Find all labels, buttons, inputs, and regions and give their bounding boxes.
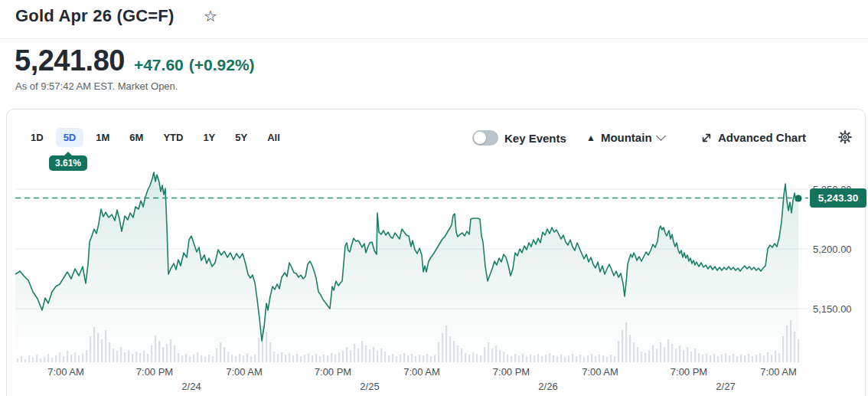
x-date-label: 2/26 — [538, 381, 557, 392]
y-tick-label: 5,150.00 — [813, 303, 852, 315]
watchlist-star-icon[interactable]: ☆ — [204, 7, 217, 25]
x-date-label: 2/25 — [360, 381, 379, 392]
page-title: Gold Apr 26 (GC=F) — [15, 6, 175, 26]
x-tick-label: 7:00 PM — [136, 366, 173, 378]
mountain-icon: ▲ — [586, 133, 596, 143]
tab-5y[interactable]: 5Y — [227, 128, 255, 147]
header-divider — [0, 38, 868, 39]
y-tick-label: 5,200.00 — [813, 244, 852, 255]
x-tick-label: 7:00 AM — [582, 366, 618, 378]
x-tick-label: 7:00 PM — [493, 366, 530, 378]
x-date-label: 2/24 — [181, 381, 201, 392]
tab-5d[interactable]: 5D — [56, 128, 84, 147]
as-of-timestamp: As of 9:57:42 AM EST. Market Open. — [15, 80, 178, 92]
current-price: 5,241.80 — [15, 44, 125, 77]
chevron-down-icon — [656, 131, 666, 141]
expand-diagonal-icon — [701, 133, 712, 143]
tab-1m[interactable]: 1M — [88, 128, 117, 147]
key-events-label: Key Events — [504, 132, 566, 145]
range-change-badge: 3.61% — [49, 155, 87, 171]
price-change-percent: (+0.92%) — [189, 56, 255, 74]
toggle-knob — [474, 132, 486, 144]
range-tabs: 1D5D1M6MYTD1Y5YAll — [23, 128, 288, 147]
tab-1y[interactable]: 1Y — [195, 128, 223, 147]
tab-ytd[interactable]: YTD — [155, 128, 191, 147]
price-row: 5,241.80 +47.60 (+0.92%) — [15, 44, 255, 77]
key-events-toggle[interactable] — [472, 130, 498, 146]
advanced-chart-button[interactable]: Advanced Chart — [701, 131, 806, 144]
tab-1d[interactable]: 1D — [23, 128, 51, 147]
quote-page: Gold Apr 26 (GC=F) ☆ 5,241.80 +47.60 (+0… — [0, 0, 868, 396]
x-tick-label: 7:00 PM — [671, 366, 707, 378]
x-tick-label: 7:00 AM — [760, 366, 797, 378]
tab-all[interactable]: All — [259, 128, 288, 147]
x-tick-label: 7:00 PM — [315, 366, 351, 378]
chart-card — [6, 109, 866, 396]
x-tick-label: 7:00 AM — [47, 366, 84, 378]
advanced-chart-label: Advanced Chart — [718, 131, 806, 144]
price-change: +47.60 — [134, 56, 184, 74]
chart-settings-button[interactable] — [838, 130, 852, 147]
chart-type-label: Mountain — [601, 131, 652, 144]
x-tick-label: 7:00 AM — [226, 366, 263, 378]
gear-icon — [838, 130, 852, 144]
current-price-badge: 5,243.30 — [810, 188, 866, 208]
chart-type-dropdown[interactable]: ▲ Mountain — [586, 131, 664, 144]
x-date-label: 2/27 — [716, 381, 735, 392]
x-tick-label: 7:00 AM — [403, 366, 440, 378]
tab-6m[interactable]: 6M — [122, 128, 151, 147]
